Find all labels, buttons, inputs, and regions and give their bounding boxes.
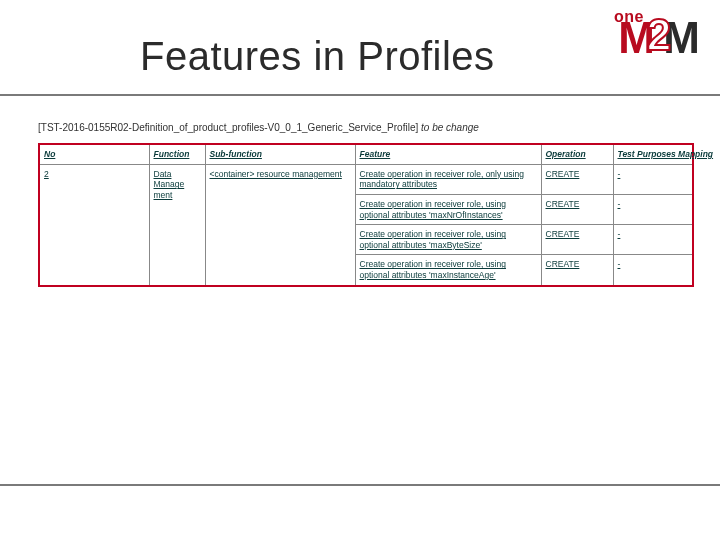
reference-note: to be change: [421, 122, 479, 133]
cell-sub-function: <container> resource management: [205, 164, 355, 286]
cell-operation: CREATE: [541, 225, 613, 255]
col-function: Function: [149, 144, 205, 164]
logo-two: 2: [647, 13, 667, 57]
table-row: 2 Data Manage ment <container> resource …: [39, 164, 693, 194]
reference-line: [TST-2016-0155R02-Definition_of_product_…: [38, 122, 720, 133]
col-feature: Feature: [355, 144, 541, 164]
col-test-purposes: Test Purposes Mapping: [613, 144, 693, 164]
reference-id: [TST-2016-0155R02-Definition_of_product_…: [38, 122, 418, 133]
cell-operation: CREATE: [541, 255, 613, 286]
cell-tpm: -: [613, 164, 693, 194]
cell-feature: Create operation in receiver role, using…: [355, 225, 541, 255]
col-operation: Operation: [541, 144, 613, 164]
cell-operation: CREATE: [541, 194, 613, 224]
logo-m2m: M2M: [618, 16, 696, 60]
logo-m2: M: [663, 13, 696, 62]
cell-function: Data Manage ment: [149, 164, 205, 286]
cell-feature: Create operation in receiver role, using…: [355, 194, 541, 224]
cell-operation: CREATE: [541, 164, 613, 194]
col-no: No: [39, 144, 149, 164]
footer-divider: [0, 484, 720, 486]
cell-tpm: -: [613, 194, 693, 224]
table-header-row: No Function Sub-function Feature Operati…: [39, 144, 693, 164]
cell-no: 2: [39, 164, 149, 286]
cell-feature: Create operation in receiver role, using…: [355, 255, 541, 286]
slide-title: Features in Profiles: [140, 34, 495, 79]
cell-feature: Create operation in receiver role, only …: [355, 164, 541, 194]
col-sub-function: Sub-function: [205, 144, 355, 164]
cell-tpm: -: [613, 225, 693, 255]
onem2m-logo: one M2M: [586, 8, 696, 68]
cell-tpm: -: [613, 255, 693, 286]
slide-header: Features in Profiles one M2M: [0, 0, 720, 96]
features-table: No Function Sub-function Feature Operati…: [38, 143, 694, 287]
